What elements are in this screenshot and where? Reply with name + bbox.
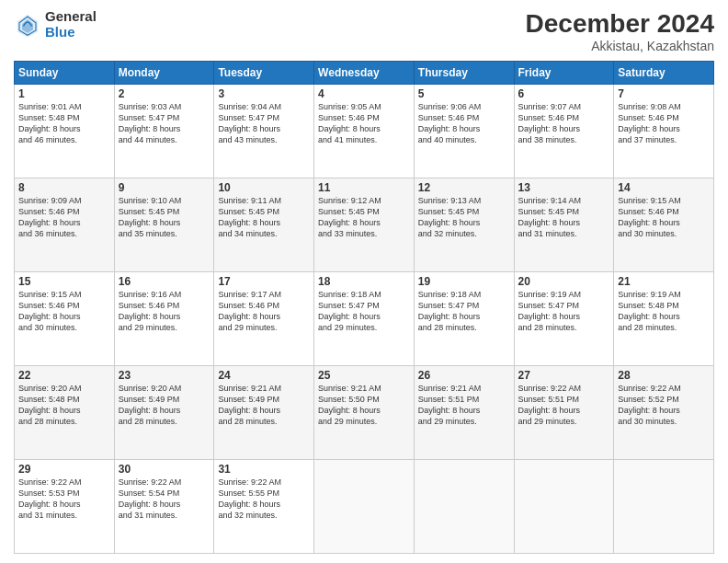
day-number: 10 bbox=[218, 181, 310, 194]
day-info: Sunrise: 9:06 AM Sunset: 5:46 PM Dayligh… bbox=[418, 101, 510, 146]
day-info: Sunrise: 9:19 AM Sunset: 5:48 PM Dayligh… bbox=[618, 289, 710, 334]
day-info: Sunrise: 9:08 AM Sunset: 5:46 PM Dayligh… bbox=[618, 101, 710, 146]
day-number: 31 bbox=[218, 463, 310, 476]
day-number: 20 bbox=[518, 275, 610, 288]
calendar-header-wednesday: Wednesday bbox=[314, 62, 415, 85]
day-info: Sunrise: 9:03 AM Sunset: 5:47 PM Dayligh… bbox=[119, 101, 210, 146]
calendar-cell: 11 Sunrise: 9:12 AM Sunset: 5:45 PM Dayl… bbox=[314, 178, 415, 272]
day-info: Sunrise: 9:22 AM Sunset: 5:52 PM Dayligh… bbox=[618, 383, 710, 428]
day-number: 22 bbox=[18, 369, 110, 382]
page: General Blue December 2024 Akkistau, Kaz… bbox=[0, 0, 728, 563]
calendar-cell: 22 Sunrise: 9:20 AM Sunset: 5:48 PM Dayl… bbox=[15, 366, 115, 460]
calendar-cell: 18 Sunrise: 9:18 AM Sunset: 5:47 PM Dayl… bbox=[314, 272, 415, 366]
calendar-cell bbox=[514, 460, 614, 554]
calendar-header-tuesday: Tuesday bbox=[214, 62, 314, 85]
day-info: Sunrise: 9:22 AM Sunset: 5:55 PM Dayligh… bbox=[218, 477, 310, 522]
day-number: 1 bbox=[18, 87, 110, 100]
day-number: 30 bbox=[119, 463, 210, 476]
calendar-cell: 25 Sunrise: 9:21 AM Sunset: 5:50 PM Dayl… bbox=[314, 366, 415, 460]
calendar-cell: 3 Sunrise: 9:04 AM Sunset: 5:47 PM Dayli… bbox=[214, 85, 314, 178]
header: General Blue December 2024 Akkistau, Kaz… bbox=[14, 9, 714, 53]
month-title: December 2024 bbox=[526, 9, 714, 39]
calendar-header-row: SundayMondayTuesdayWednesdayThursdayFrid… bbox=[15, 62, 714, 85]
calendar-cell: 1 Sunrise: 9:01 AM Sunset: 5:48 PM Dayli… bbox=[15, 85, 115, 178]
calendar-cell: 24 Sunrise: 9:21 AM Sunset: 5:49 PM Dayl… bbox=[214, 366, 314, 460]
day-number: 23 bbox=[119, 369, 210, 382]
calendar-table: SundayMondayTuesdayWednesdayThursdayFrid… bbox=[14, 61, 714, 554]
day-info: Sunrise: 9:09 AM Sunset: 5:46 PM Dayligh… bbox=[18, 195, 110, 240]
day-info: Sunrise: 9:16 AM Sunset: 5:46 PM Dayligh… bbox=[119, 289, 210, 334]
day-number: 11 bbox=[318, 181, 410, 194]
day-number: 24 bbox=[218, 369, 310, 382]
logo: General Blue bbox=[14, 9, 97, 40]
day-number: 21 bbox=[618, 275, 710, 288]
day-number: 12 bbox=[418, 181, 510, 194]
calendar-cell: 9 Sunrise: 9:10 AM Sunset: 5:45 PM Dayli… bbox=[114, 178, 214, 272]
calendar-cell: 16 Sunrise: 9:16 AM Sunset: 5:46 PM Dayl… bbox=[114, 272, 214, 366]
calendar-cell: 19 Sunrise: 9:18 AM Sunset: 5:47 PM Dayl… bbox=[414, 272, 514, 366]
day-number: 4 bbox=[318, 87, 410, 100]
calendar-cell: 28 Sunrise: 9:22 AM Sunset: 5:52 PM Dayl… bbox=[614, 366, 714, 460]
day-number: 27 bbox=[518, 369, 610, 382]
day-info: Sunrise: 9:15 AM Sunset: 5:46 PM Dayligh… bbox=[18, 289, 110, 334]
calendar-cell: 17 Sunrise: 9:17 AM Sunset: 5:46 PM Dayl… bbox=[214, 272, 314, 366]
day-info: Sunrise: 9:15 AM Sunset: 5:46 PM Dayligh… bbox=[618, 195, 710, 240]
day-number: 2 bbox=[119, 87, 210, 100]
day-info: Sunrise: 9:04 AM Sunset: 5:47 PM Dayligh… bbox=[218, 101, 310, 146]
calendar-header-friday: Friday bbox=[514, 62, 614, 85]
day-info: Sunrise: 9:20 AM Sunset: 5:49 PM Dayligh… bbox=[119, 383, 210, 428]
day-info: Sunrise: 9:14 AM Sunset: 5:45 PM Dayligh… bbox=[518, 195, 610, 240]
day-info: Sunrise: 9:10 AM Sunset: 5:45 PM Dayligh… bbox=[119, 195, 210, 240]
calendar-cell bbox=[614, 460, 714, 554]
day-number: 3 bbox=[218, 87, 310, 100]
calendar-cell: 29 Sunrise: 9:22 AM Sunset: 5:53 PM Dayl… bbox=[15, 460, 115, 554]
logo-blue-text: Blue bbox=[45, 25, 97, 40]
day-number: 6 bbox=[518, 87, 610, 100]
calendar-cell: 30 Sunrise: 9:22 AM Sunset: 5:54 PM Dayl… bbox=[114, 460, 214, 554]
calendar-week-4: 22 Sunrise: 9:20 AM Sunset: 5:48 PM Dayl… bbox=[15, 366, 714, 460]
day-info: Sunrise: 9:17 AM Sunset: 5:46 PM Dayligh… bbox=[218, 289, 310, 334]
location-subtitle: Akkistau, Kazakhstan bbox=[526, 39, 714, 53]
calendar-cell: 14 Sunrise: 9:15 AM Sunset: 5:46 PM Dayl… bbox=[614, 178, 714, 272]
calendar-cell: 26 Sunrise: 9:21 AM Sunset: 5:51 PM Dayl… bbox=[414, 366, 514, 460]
day-info: Sunrise: 9:22 AM Sunset: 5:53 PM Dayligh… bbox=[18, 477, 110, 522]
day-info: Sunrise: 9:18 AM Sunset: 5:47 PM Dayligh… bbox=[318, 289, 410, 334]
calendar-cell: 6 Sunrise: 9:07 AM Sunset: 5:46 PM Dayli… bbox=[514, 85, 614, 178]
day-number: 7 bbox=[618, 87, 710, 100]
logo-text: General Blue bbox=[45, 9, 97, 40]
calendar-cell bbox=[414, 460, 514, 554]
day-number: 18 bbox=[318, 275, 410, 288]
day-number: 5 bbox=[418, 87, 510, 100]
calendar-cell: 7 Sunrise: 9:08 AM Sunset: 5:46 PM Dayli… bbox=[614, 85, 714, 178]
day-info: Sunrise: 9:11 AM Sunset: 5:45 PM Dayligh… bbox=[218, 195, 310, 240]
calendar-cell: 8 Sunrise: 9:09 AM Sunset: 5:46 PM Dayli… bbox=[15, 178, 115, 272]
day-number: 14 bbox=[618, 181, 710, 194]
calendar-cell: 10 Sunrise: 9:11 AM Sunset: 5:45 PM Dayl… bbox=[214, 178, 314, 272]
calendar-cell: 23 Sunrise: 9:20 AM Sunset: 5:49 PM Dayl… bbox=[114, 366, 214, 460]
day-number: 19 bbox=[418, 275, 510, 288]
day-number: 13 bbox=[518, 181, 610, 194]
day-info: Sunrise: 9:13 AM Sunset: 5:45 PM Dayligh… bbox=[418, 195, 510, 240]
day-info: Sunrise: 9:21 AM Sunset: 5:49 PM Dayligh… bbox=[218, 383, 310, 428]
day-number: 25 bbox=[318, 369, 410, 382]
day-info: Sunrise: 9:18 AM Sunset: 5:47 PM Dayligh… bbox=[418, 289, 510, 334]
calendar-cell: 2 Sunrise: 9:03 AM Sunset: 5:47 PM Dayli… bbox=[114, 85, 214, 178]
calendar-week-3: 15 Sunrise: 9:15 AM Sunset: 5:46 PM Dayl… bbox=[15, 272, 714, 366]
day-info: Sunrise: 9:20 AM Sunset: 5:48 PM Dayligh… bbox=[18, 383, 110, 428]
day-number: 9 bbox=[119, 181, 210, 194]
day-number: 29 bbox=[18, 463, 110, 476]
calendar-cell: 13 Sunrise: 9:14 AM Sunset: 5:45 PM Dayl… bbox=[514, 178, 614, 272]
day-info: Sunrise: 9:07 AM Sunset: 5:46 PM Dayligh… bbox=[518, 101, 610, 146]
calendar-header-sunday: Sunday bbox=[15, 62, 115, 85]
calendar-cell: 31 Sunrise: 9:22 AM Sunset: 5:55 PM Dayl… bbox=[214, 460, 314, 554]
day-number: 8 bbox=[18, 181, 110, 194]
calendar-week-2: 8 Sunrise: 9:09 AM Sunset: 5:46 PM Dayli… bbox=[15, 178, 714, 272]
title-section: December 2024 Akkistau, Kazakhstan bbox=[526, 9, 714, 53]
day-info: Sunrise: 9:22 AM Sunset: 5:54 PM Dayligh… bbox=[119, 477, 210, 522]
day-info: Sunrise: 9:22 AM Sunset: 5:51 PM Dayligh… bbox=[518, 383, 610, 428]
day-number: 17 bbox=[218, 275, 310, 288]
day-number: 28 bbox=[618, 369, 710, 382]
calendar-header-monday: Monday bbox=[114, 62, 214, 85]
calendar-cell bbox=[314, 460, 415, 554]
calendar-cell: 20 Sunrise: 9:19 AM Sunset: 5:47 PM Dayl… bbox=[514, 272, 614, 366]
